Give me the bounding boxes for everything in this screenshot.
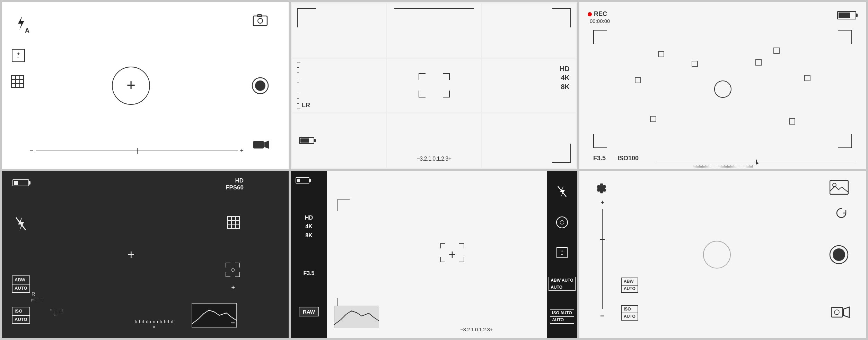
vf-cell-mr: HD 4K 8K [482, 59, 576, 113]
svg-point-20 [834, 310, 839, 315]
flash-off-sidebar[interactable] [557, 185, 567, 198]
minus-label: − [30, 147, 34, 154]
focus-sq-7 [692, 61, 698, 67]
auto-iso-p6: AUTO [621, 313, 638, 321]
exposure-sidebar[interactable]: +− [556, 247, 568, 258]
scale-label: −3.2.1.0.1.2.3+ [417, 156, 451, 162]
exposure-icon[interactable]: + − [12, 49, 25, 62]
slider-minus: − [600, 312, 605, 321]
center-crosshair: + [128, 247, 135, 262]
focus-bracket-icon[interactable] [226, 263, 240, 277]
exp-minus-dark[interactable]: − [230, 318, 235, 328]
abw-label: ABW [12, 275, 30, 284]
video-camera-icon[interactable] [831, 306, 850, 319]
hd-label: HD [560, 64, 570, 73]
eightk-label: 8K [560, 82, 570, 91]
svg-marker-19 [843, 307, 849, 317]
svg-point-5 [255, 80, 265, 91]
iso-dark-label: ISO [12, 307, 30, 316]
flash-a-label: A [25, 27, 29, 34]
shutter-button[interactable] [829, 245, 849, 264]
photo-icon[interactable] [253, 13, 268, 26]
gear-icon[interactable] [592, 180, 608, 197]
iso-badge: ISO AUTO [12, 307, 30, 324]
vf-cell-tm [387, 3, 481, 58]
battery-dark [12, 179, 29, 186]
grid-icon-dark[interactable] [227, 216, 240, 229]
focus-sq-3 [635, 77, 641, 83]
l-label: L [51, 309, 62, 317]
fourk-sidebar: 4K [305, 222, 313, 231]
resolution-labels: HD FPS60 [226, 177, 244, 191]
raw-label: RAW [299, 307, 319, 316]
panel-split-viewfinder: HD 4K 8K F3.5 RAW REC 00:00:00 [291, 171, 577, 338]
fourk-label: 4K [560, 73, 570, 82]
abw-badge-p6: ABW AUTO [621, 278, 638, 293]
abw-p6: ABW [621, 278, 638, 286]
exp-plus-dark[interactable]: + [231, 284, 235, 291]
focus-sq-6 [789, 118, 795, 125]
scale-split: −3.2.1.0.1.2.3+ [383, 326, 570, 332]
svg-line-13 [558, 186, 566, 197]
landscape-icon[interactable] [830, 180, 849, 195]
grid-icon[interactable] [11, 75, 24, 88]
svg-marker-7 [264, 141, 269, 149]
hd-dark-label: HD [226, 177, 244, 184]
rec-time: 00:00:00 [590, 18, 610, 24]
focus-sq-1 [658, 51, 664, 57]
rec-label: REC [594, 10, 607, 18]
panel-video-viewfinder: REC 00:00:00 F3.5 [579, 2, 866, 169]
focus-sq-5 [650, 116, 656, 122]
auto2-label: AUTO [12, 316, 30, 324]
exposure-bar: − + [30, 147, 244, 154]
histogram-split [334, 306, 379, 328]
res-sidebar: HD 4K 8K [305, 213, 313, 240]
svg-rect-10 [192, 303, 237, 328]
abw-sidebar: ABW AUTO AUTO [549, 277, 575, 291]
vf-cell-ml: LR [292, 59, 386, 113]
svg-point-2 [258, 18, 263, 23]
camera-shutter-icon[interactable] [251, 77, 269, 95]
focus-sq-2 [773, 48, 780, 54]
panel-camera-ui-1: A + − + [2, 2, 289, 169]
fstop-sidebar: F3.5 [303, 270, 314, 277]
auto-p6: AUTO [621, 286, 638, 293]
focus-sq-8 [755, 59, 762, 66]
svg-point-17 [833, 248, 845, 261]
abw-badge: ABW AUTO [12, 275, 30, 293]
panel-viewfinder-grid: LR HD 4K 8K [291, 2, 577, 169]
vf-cell-br [482, 113, 576, 168]
vf-cell-mm [387, 59, 481, 113]
vf-cell-bm: −3.2.1.0.1.2.3+ [387, 113, 481, 168]
vertical-slider[interactable]: + − [600, 199, 605, 321]
iso-badge-p6: ISO AUTO [621, 305, 638, 321]
rec-indicator: REC [588, 10, 607, 18]
center-focus-circle: + [112, 67, 150, 105]
video-icon[interactable] [253, 139, 270, 150]
right-sidebar-dark: +− ABW AUTO AUTO ISO AUTO AUTO [547, 171, 577, 338]
fstop-label: F3.5 [593, 155, 606, 162]
vf-cell-tl [292, 3, 386, 58]
focus-ring [703, 241, 731, 269]
left-sidebar-dark: HD 4K 8K F3.5 RAW [291, 171, 327, 338]
svg-rect-18 [831, 307, 843, 317]
histogram-preview [192, 303, 237, 328]
eightk-sidebar: 8K [305, 231, 313, 240]
plus-label: + [240, 147, 244, 154]
vf-cell-tr [482, 3, 576, 58]
focus-circle-sidebar[interactable] [556, 216, 568, 228]
vf-cell-bl [292, 113, 386, 168]
iso-sidebar: ISO AUTO AUTO [550, 309, 574, 324]
iso-label: ISO100 [617, 155, 639, 162]
svg-point-15 [833, 183, 836, 187]
hd-sidebar: HD [305, 213, 313, 222]
battery-icon [837, 11, 856, 19]
auto-label: AUTO [12, 284, 30, 293]
panel-dark-ui: HD FPS60 + ABW AUTO ISO AUTO [2, 171, 289, 338]
svg-rect-1 [253, 16, 267, 26]
svg-rect-14 [830, 180, 848, 194]
flash-off-icon[interactable] [15, 216, 27, 231]
battery-sidebar [296, 177, 309, 184]
refresh-icon[interactable] [834, 206, 849, 220]
svg-rect-11 [334, 306, 379, 328]
